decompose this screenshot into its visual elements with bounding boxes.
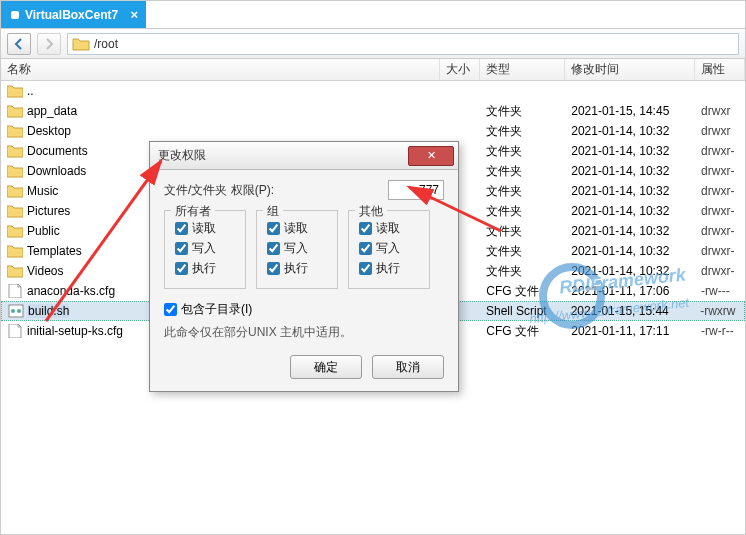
file-type: 文件夹 bbox=[480, 143, 565, 160]
file-attr: drwxr- bbox=[695, 184, 745, 198]
folder-icon bbox=[7, 144, 23, 158]
perm-label: 文件/文件夹 权限(P): bbox=[164, 182, 274, 199]
group-read[interactable]: 读取 bbox=[267, 220, 327, 237]
tab-title: VirtualBoxCent7 bbox=[25, 8, 118, 22]
group-group-title: 组 bbox=[263, 203, 283, 220]
file-attr: drwxr- bbox=[695, 244, 745, 258]
file-mtime: 2021-01-15, 14:45 bbox=[565, 104, 695, 118]
col-name[interactable]: 名称 bbox=[1, 59, 440, 80]
file-header: 名称 大小 类型 修改时间 属性 bbox=[1, 59, 745, 81]
file-attr: drwxr bbox=[695, 104, 745, 118]
file-attr: drwxr- bbox=[695, 204, 745, 218]
group-other-title: 其他 bbox=[355, 203, 387, 220]
file-type: 文件夹 bbox=[480, 103, 565, 120]
include-subdir-label: 包含子目录(I) bbox=[181, 301, 252, 318]
file-attr: drwxr bbox=[695, 124, 745, 138]
dialog-note: 此命令仅在部分UNIX 主机中适用。 bbox=[164, 324, 444, 341]
other-write[interactable]: 写入 bbox=[359, 240, 419, 257]
file-name: build.sh bbox=[28, 304, 69, 318]
group-owner-title: 所有者 bbox=[171, 203, 215, 220]
file-mtime: 2021-01-14, 10:32 bbox=[565, 124, 695, 138]
sh-icon bbox=[8, 304, 24, 318]
toolbar: /root bbox=[1, 29, 745, 59]
file-mtime: 2021-01-15, 15:44 bbox=[565, 304, 694, 318]
file-mtime: 2021-01-14, 10:32 bbox=[565, 164, 695, 178]
title-bar: VirtualBoxCent7 × bbox=[1, 1, 745, 29]
file-row[interactable]: app_data文件夹2021-01-15, 14:45drwxr bbox=[1, 101, 745, 121]
file-attr: drwxr- bbox=[695, 144, 745, 158]
folder-icon bbox=[72, 37, 90, 51]
file-icon bbox=[7, 324, 23, 338]
file-type: 文件夹 bbox=[480, 163, 565, 180]
group-write[interactable]: 写入 bbox=[267, 240, 327, 257]
dialog-close-button[interactable]: ✕ bbox=[408, 146, 454, 166]
file-name: Public bbox=[27, 224, 60, 238]
file-type: 文件夹 bbox=[480, 123, 565, 140]
col-mtime[interactable]: 修改时间 bbox=[565, 59, 695, 80]
folder-icon bbox=[7, 264, 23, 278]
other-exec[interactable]: 执行 bbox=[359, 260, 419, 277]
file-type: 文件夹 bbox=[480, 263, 565, 280]
file-mtime: 2021-01-14, 10:32 bbox=[565, 244, 695, 258]
dialog-title: 更改权限 bbox=[158, 147, 206, 164]
file-attr: drwxr- bbox=[695, 264, 745, 278]
folder-icon bbox=[7, 184, 23, 198]
perm-input[interactable] bbox=[388, 180, 444, 200]
nav-forward-button[interactable] bbox=[37, 33, 61, 55]
other-read[interactable]: 读取 bbox=[359, 220, 419, 237]
file-attr: -rw--- bbox=[695, 284, 745, 298]
path-text: /root bbox=[94, 37, 118, 51]
folder-icon bbox=[7, 84, 23, 98]
file-attr: drwxr- bbox=[695, 164, 745, 178]
owner-read[interactable]: 读取 bbox=[175, 220, 235, 237]
owner-exec[interactable]: 执行 bbox=[175, 260, 235, 277]
file-row[interactable]: Desktop文件夹2021-01-14, 10:32drwxr bbox=[1, 121, 745, 141]
group-exec[interactable]: 执行 bbox=[267, 260, 327, 277]
file-type: 文件夹 bbox=[480, 203, 565, 220]
file-type: CFG 文件 bbox=[480, 323, 565, 340]
folder-icon bbox=[7, 124, 23, 138]
file-mtime: 2021-01-11, 17:11 bbox=[565, 324, 695, 338]
file-name: Pictures bbox=[27, 204, 70, 218]
group-other: 其他 读取 写入 执行 bbox=[348, 210, 430, 289]
owner-write[interactable]: 写入 bbox=[175, 240, 235, 257]
path-bar[interactable]: /root bbox=[67, 33, 739, 55]
file-type: Shell Script bbox=[480, 304, 565, 318]
folder-icon bbox=[7, 204, 23, 218]
file-type: 文件夹 bbox=[480, 183, 565, 200]
file-name: anaconda-ks.cfg bbox=[27, 284, 115, 298]
file-name: Templates bbox=[27, 244, 82, 258]
file-name: .. bbox=[27, 84, 34, 98]
file-mtime: 2021-01-14, 10:32 bbox=[565, 264, 695, 278]
folder-icon bbox=[7, 104, 23, 118]
folder-icon bbox=[7, 164, 23, 178]
tab-close-icon[interactable]: × bbox=[131, 7, 139, 22]
dialog-titlebar[interactable]: 更改权限 ✕ bbox=[150, 142, 458, 170]
col-type[interactable]: 类型 bbox=[480, 59, 565, 80]
folder-icon bbox=[7, 244, 23, 258]
col-attr[interactable]: 属性 bbox=[695, 59, 745, 80]
file-name: app_data bbox=[27, 104, 77, 118]
file-name: Documents bbox=[27, 144, 88, 158]
file-type: 文件夹 bbox=[480, 223, 565, 240]
col-size[interactable]: 大小 bbox=[440, 59, 480, 80]
file-mtime: 2021-01-11, 17:06 bbox=[565, 284, 695, 298]
group-group: 组 读取 写入 执行 bbox=[256, 210, 338, 289]
ok-button[interactable]: 确定 bbox=[290, 355, 362, 379]
file-attr: drwxr- bbox=[695, 224, 745, 238]
folder-icon bbox=[7, 224, 23, 238]
file-mtime: 2021-01-14, 10:32 bbox=[565, 224, 695, 238]
file-row[interactable]: .. bbox=[1, 81, 745, 101]
session-tab[interactable]: VirtualBoxCent7 × bbox=[1, 1, 146, 28]
tab-indicator-icon bbox=[11, 11, 19, 19]
file-mtime: 2021-01-14, 10:32 bbox=[565, 184, 695, 198]
nav-back-button[interactable] bbox=[7, 33, 31, 55]
file-name: Desktop bbox=[27, 124, 71, 138]
file-type: 文件夹 bbox=[480, 243, 565, 260]
group-owner: 所有者 读取 写入 执行 bbox=[164, 210, 246, 289]
cancel-button[interactable]: 取消 bbox=[372, 355, 444, 379]
file-mtime: 2021-01-14, 10:32 bbox=[565, 204, 695, 218]
include-subdir-checkbox[interactable] bbox=[164, 303, 177, 316]
file-type: CFG 文件 bbox=[480, 283, 565, 300]
permissions-dialog: 更改权限 ✕ 文件/文件夹 权限(P): 所有者 读取 写入 执行 组 读取 写… bbox=[149, 141, 459, 392]
